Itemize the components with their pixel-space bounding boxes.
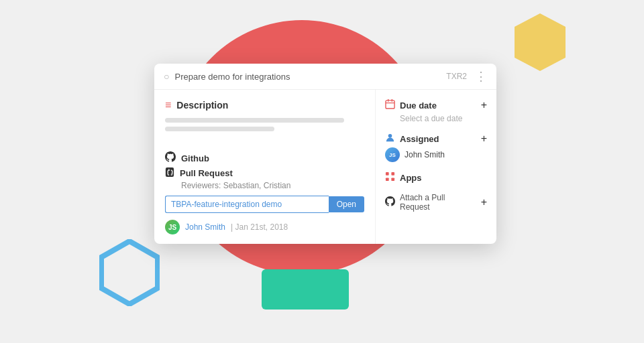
assigned-row-left: Assigned xyxy=(385,133,439,145)
due-date-row-left: Due date xyxy=(385,99,437,111)
assigned-user-name: John Smith xyxy=(405,150,445,159)
left-panel: ≡ Description Github xyxy=(154,90,376,244)
yellow-hex-shape xyxy=(513,12,567,72)
blue-hex-shape xyxy=(99,239,160,306)
more-options-icon[interactable]: ⋮ xyxy=(475,70,487,82)
pull-request-row: Pull Request xyxy=(165,167,364,179)
pull-request-label: Pull Request xyxy=(180,168,233,178)
task-modal: ○ Prepare demo for integrations TXR2 ⋮ ≡… xyxy=(154,64,496,244)
description-section-header: ≡ Description xyxy=(165,99,364,111)
modal-body: ≡ Description Github xyxy=(154,90,496,244)
pr-open-button[interactable]: Open xyxy=(329,196,364,212)
svg-rect-7 xyxy=(386,172,389,176)
comment-row: JS John Smith | Jan 21st, 2018 xyxy=(165,220,364,234)
due-date-add-button[interactable]: + xyxy=(481,99,487,111)
github-section: Github Pull Request Reviewers: Sebastian… xyxy=(165,151,364,234)
github-label: Github xyxy=(181,153,209,163)
svg-rect-9 xyxy=(386,178,389,181)
description-bar-1 xyxy=(165,118,344,123)
assigned-row: Assigned + xyxy=(385,133,487,145)
due-date-placeholder: Select a due date xyxy=(400,114,487,123)
svg-rect-2 xyxy=(386,100,394,109)
attach-pr-add-button[interactable]: + xyxy=(481,196,487,208)
apps-row: Apps xyxy=(385,172,487,184)
assigned-user: JS John Smith xyxy=(385,147,487,162)
github-icon xyxy=(165,151,176,165)
assigned-avatar: JS xyxy=(385,147,400,162)
pr-link-input[interactable] xyxy=(165,196,329,213)
attach-pr-row: Attach a Pull Request + xyxy=(385,193,487,212)
pull-request-icon xyxy=(165,167,174,179)
svg-marker-0 xyxy=(515,13,566,71)
modal-header: ○ Prepare demo for integrations TXR2 ⋮ xyxy=(154,64,496,90)
assigned-icon xyxy=(385,133,395,145)
check-icon: ○ xyxy=(164,71,169,82)
due-date-row: Due date + xyxy=(385,99,487,111)
description-label: Description xyxy=(176,100,228,111)
modal-title: Prepare demo for integrations xyxy=(174,72,441,82)
assigned-section: Assigned + JS John Smith xyxy=(385,133,487,162)
description-icon: ≡ xyxy=(165,99,171,111)
apps-section: Apps xyxy=(385,172,487,184)
svg-rect-10 xyxy=(391,178,394,181)
apps-icon xyxy=(385,172,395,184)
comment-author-name[interactable]: John Smith xyxy=(185,222,225,232)
teal-rect-shape xyxy=(262,269,349,310)
assigned-add-button[interactable]: + xyxy=(481,133,487,145)
attach-pr-label: Attach a Pull Request xyxy=(400,193,474,212)
due-date-icon xyxy=(385,99,395,111)
svg-rect-8 xyxy=(391,172,394,176)
due-date-section: Due date + Select a due date xyxy=(385,99,487,123)
svg-marker-1 xyxy=(101,241,158,304)
svg-point-6 xyxy=(388,134,392,138)
github-row: Github xyxy=(165,151,364,165)
right-panel: Due date + Select a due date xyxy=(376,90,496,244)
attach-pr-icon xyxy=(385,196,395,208)
modal-tag: TXR2 xyxy=(446,72,467,81)
attach-pr-section: Attach a Pull Request + xyxy=(385,193,487,212)
comment-date: | Jan 21st, 2018 xyxy=(231,222,288,232)
pr-link-row[interactable]: Open xyxy=(165,196,364,213)
assigned-label: Assigned xyxy=(400,134,439,144)
comment-avatar: JS xyxy=(165,220,180,234)
reviewers-text: Reviewers: Sebastian, Cristian xyxy=(181,181,364,190)
apps-label: Apps xyxy=(400,173,422,183)
due-date-label: Due date xyxy=(400,100,437,111)
description-bar-2 xyxy=(165,127,274,131)
